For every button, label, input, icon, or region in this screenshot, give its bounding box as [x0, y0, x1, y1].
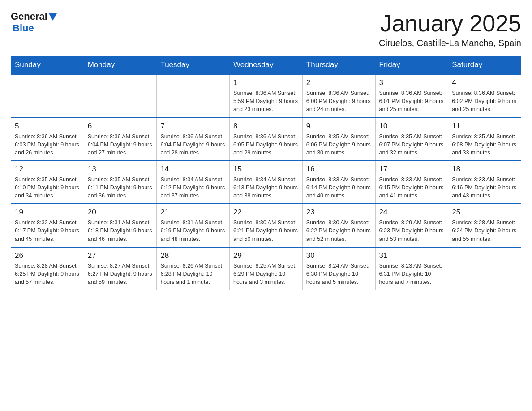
day-number: 5: [15, 122, 80, 131]
calendar-cell: 21Sunrise: 8:31 AM Sunset: 6:19 PM Dayli…: [157, 204, 230, 247]
calendar-cell: 17Sunrise: 8:33 AM Sunset: 6:15 PM Dayli…: [375, 161, 448, 204]
day-number: 28: [160, 251, 226, 260]
calendar-header-thursday: Thursday: [302, 56, 375, 75]
calendar-cell: [11, 74, 84, 117]
calendar-cell: 4Sunrise: 8:36 AM Sunset: 6:02 PM Daylig…: [448, 74, 521, 117]
calendar-cell: 25Sunrise: 8:28 AM Sunset: 6:24 PM Dayli…: [448, 204, 521, 247]
logo-triangle-icon: [48, 13, 57, 21]
day-info: Sunrise: 8:34 AM Sunset: 6:12 PM Dayligh…: [160, 176, 226, 200]
day-number: 11: [452, 122, 517, 131]
day-info: Sunrise: 8:31 AM Sunset: 6:19 PM Dayligh…: [160, 218, 226, 243]
day-info: Sunrise: 8:36 AM Sunset: 6:00 PM Dayligh…: [306, 89, 372, 113]
calendar-cell: [448, 247, 521, 290]
calendar-cell: 29Sunrise: 8:25 AM Sunset: 6:29 PM Dayli…: [230, 247, 303, 290]
calendar-cell: 20Sunrise: 8:31 AM Sunset: 6:18 PM Dayli…: [84, 204, 157, 247]
day-info: Sunrise: 8:27 AM Sunset: 6:27 PM Dayligh…: [88, 262, 153, 286]
logo-general-text: General: [11, 11, 47, 22]
day-info: Sunrise: 8:35 AM Sunset: 6:10 PM Dayligh…: [15, 176, 80, 200]
title-block: January 2025 Ciruelos, Castille-La Manch…: [379, 11, 521, 48]
calendar-cell: 15Sunrise: 8:34 AM Sunset: 6:13 PM Dayli…: [230, 161, 303, 204]
calendar-cell: [157, 74, 230, 117]
calendar-cell: 6Sunrise: 8:36 AM Sunset: 6:04 PM Daylig…: [84, 118, 157, 161]
calendar-cell: 22Sunrise: 8:30 AM Sunset: 6:21 PM Dayli…: [230, 204, 303, 247]
calendar-table: SundayMondayTuesdayWednesdayThursdayFrid…: [11, 56, 521, 290]
day-number: 6: [88, 122, 153, 131]
day-info: Sunrise: 8:36 AM Sunset: 5:59 PM Dayligh…: [233, 89, 299, 113]
calendar-header-row: SundayMondayTuesdayWednesdayThursdayFrid…: [11, 56, 521, 75]
day-info: Sunrise: 8:33 AM Sunset: 6:15 PM Dayligh…: [379, 176, 445, 200]
calendar-cell: 7Sunrise: 8:36 AM Sunset: 6:04 PM Daylig…: [157, 118, 230, 161]
calendar-week-row: 19Sunrise: 8:32 AM Sunset: 6:17 PM Dayli…: [11, 204, 521, 247]
day-number: 15: [233, 165, 299, 174]
day-info: Sunrise: 8:36 AM Sunset: 6:04 PM Dayligh…: [160, 133, 226, 157]
day-number: 10: [379, 122, 445, 131]
day-info: Sunrise: 8:24 AM Sunset: 6:30 PM Dayligh…: [306, 262, 372, 286]
calendar-header-friday: Friday: [375, 56, 448, 75]
day-number: 26: [15, 251, 80, 260]
day-number: 9: [306, 122, 372, 131]
calendar-cell: [84, 74, 157, 117]
day-number: 18: [452, 165, 517, 174]
day-info: Sunrise: 8:36 AM Sunset: 6:01 PM Dayligh…: [379, 89, 445, 113]
day-number: 25: [452, 208, 517, 217]
calendar-week-row: 1Sunrise: 8:36 AM Sunset: 5:59 PM Daylig…: [11, 74, 521, 117]
day-number: 14: [160, 165, 226, 174]
logo: General Blue: [11, 11, 58, 34]
page-title: January 2025: [379, 11, 521, 36]
day-info: Sunrise: 8:35 AM Sunset: 6:07 PM Dayligh…: [379, 133, 445, 157]
calendar-week-row: 26Sunrise: 8:28 AM Sunset: 6:25 PM Dayli…: [11, 247, 521, 290]
day-number: 21: [160, 208, 226, 217]
day-number: 29: [233, 251, 299, 260]
calendar-cell: 1Sunrise: 8:36 AM Sunset: 5:59 PM Daylig…: [230, 74, 303, 117]
day-info: Sunrise: 8:28 AM Sunset: 6:25 PM Dayligh…: [15, 262, 80, 286]
calendar-cell: 23Sunrise: 8:30 AM Sunset: 6:22 PM Dayli…: [302, 204, 375, 247]
calendar-header-monday: Monday: [84, 56, 157, 75]
day-info: Sunrise: 8:35 AM Sunset: 6:11 PM Dayligh…: [88, 176, 153, 200]
day-info: Sunrise: 8:33 AM Sunset: 6:14 PM Dayligh…: [306, 176, 372, 200]
day-number: 23: [306, 208, 372, 217]
day-number: 13: [88, 165, 153, 174]
calendar-cell: 18Sunrise: 8:33 AM Sunset: 6:16 PM Dayli…: [448, 161, 521, 204]
day-info: Sunrise: 8:35 AM Sunset: 6:08 PM Dayligh…: [452, 133, 517, 157]
day-number: 16: [306, 165, 372, 174]
calendar-cell: 16Sunrise: 8:33 AM Sunset: 6:14 PM Dayli…: [302, 161, 375, 204]
day-number: 30: [306, 251, 372, 260]
day-info: Sunrise: 8:25 AM Sunset: 6:29 PM Dayligh…: [233, 262, 299, 286]
day-number: 4: [452, 78, 517, 87]
day-number: 19: [15, 208, 80, 217]
day-info: Sunrise: 8:31 AM Sunset: 6:18 PM Dayligh…: [88, 218, 153, 243]
calendar-cell: 11Sunrise: 8:35 AM Sunset: 6:08 PM Dayli…: [448, 118, 521, 161]
day-info: Sunrise: 8:32 AM Sunset: 6:17 PM Dayligh…: [15, 218, 80, 243]
day-number: 22: [233, 208, 299, 217]
calendar-cell: 27Sunrise: 8:27 AM Sunset: 6:27 PM Dayli…: [84, 247, 157, 290]
day-info: Sunrise: 8:28 AM Sunset: 6:24 PM Dayligh…: [452, 218, 517, 243]
day-info: Sunrise: 8:35 AM Sunset: 6:06 PM Dayligh…: [306, 133, 372, 157]
day-number: 20: [88, 208, 153, 217]
day-number: 31: [379, 251, 445, 260]
page-subtitle: Ciruelos, Castille-La Mancha, Spain: [379, 38, 521, 48]
calendar-cell: 14Sunrise: 8:34 AM Sunset: 6:12 PM Dayli…: [157, 161, 230, 204]
calendar-cell: 30Sunrise: 8:24 AM Sunset: 6:30 PM Dayli…: [302, 247, 375, 290]
day-info: Sunrise: 8:33 AM Sunset: 6:16 PM Dayligh…: [452, 176, 517, 200]
day-number: 2: [306, 78, 372, 87]
day-info: Sunrise: 8:30 AM Sunset: 6:22 PM Dayligh…: [306, 218, 372, 243]
calendar-cell: 26Sunrise: 8:28 AM Sunset: 6:25 PM Dayli…: [11, 247, 84, 290]
calendar-cell: 10Sunrise: 8:35 AM Sunset: 6:07 PM Dayli…: [375, 118, 448, 161]
calendar-cell: 9Sunrise: 8:35 AM Sunset: 6:06 PM Daylig…: [302, 118, 375, 161]
day-info: Sunrise: 8:36 AM Sunset: 6:03 PM Dayligh…: [15, 133, 80, 157]
day-number: 8: [233, 122, 299, 131]
calendar-week-row: 12Sunrise: 8:35 AM Sunset: 6:10 PM Dayli…: [11, 161, 521, 204]
day-number: 3: [379, 78, 445, 87]
logo-blue-text: Blue: [13, 22, 34, 34]
calendar-header-sunday: Sunday: [11, 56, 84, 75]
day-number: 7: [160, 122, 226, 131]
day-number: 24: [379, 208, 445, 217]
calendar-cell: 24Sunrise: 8:29 AM Sunset: 6:23 PM Dayli…: [375, 204, 448, 247]
day-number: 17: [379, 165, 445, 174]
day-info: Sunrise: 8:36 AM Sunset: 6:05 PM Dayligh…: [233, 133, 299, 157]
calendar-cell: 13Sunrise: 8:35 AM Sunset: 6:11 PM Dayli…: [84, 161, 157, 204]
calendar-cell: 19Sunrise: 8:32 AM Sunset: 6:17 PM Dayli…: [11, 204, 84, 247]
day-info: Sunrise: 8:26 AM Sunset: 6:28 PM Dayligh…: [160, 262, 226, 286]
calendar-cell: 5Sunrise: 8:36 AM Sunset: 6:03 PM Daylig…: [11, 118, 84, 161]
calendar-cell: 28Sunrise: 8:26 AM Sunset: 6:28 PM Dayli…: [157, 247, 230, 290]
